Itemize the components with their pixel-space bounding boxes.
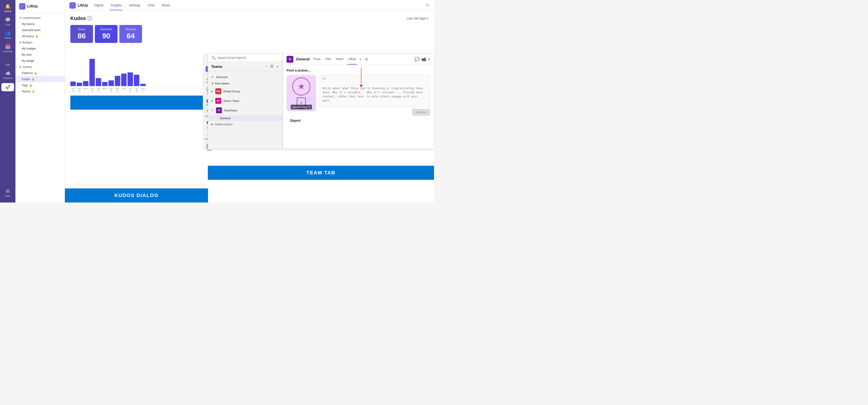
kudos-title-text: Kudos xyxy=(70,16,86,21)
chevron-down-tab-icon[interactable]: ▾ xyxy=(360,57,361,61)
apps-icon: ⊞ xyxy=(6,188,10,194)
post-praise-title: Post a praise... xyxy=(286,68,430,72)
given-value: 86 xyxy=(75,32,89,40)
search-placeholder-text[interactable]: Search (Cmd+Opt+E) xyxy=(218,56,279,59)
activity-chevron-icon: ▼ xyxy=(19,66,22,68)
nav-item-by-user[interactable]: By user xyxy=(16,52,65,58)
refresh-icon[interactable]: ↻ xyxy=(426,3,430,8)
chart-bar xyxy=(70,82,76,86)
date-range-selector[interactable]: Last 180 days ▾ xyxy=(407,17,429,20)
sidebar-item-liftup[interactable]: 🚀 xyxy=(1,83,14,91)
by-user-label: By user xyxy=(22,53,32,56)
nav-section-leaderboards[interactable]: ▼ Leaderboards xyxy=(16,15,65,21)
add-tab-icon[interactable]: ⊕ xyxy=(365,57,368,62)
reacted-value: 64 xyxy=(124,32,137,40)
newteam-general-channel[interactable]: General xyxy=(208,115,282,121)
sidebar-item-chat[interactable]: 💬 Chat xyxy=(1,15,14,28)
teams-more-icon[interactable]: ··· xyxy=(265,64,268,69)
liftup-navigation: ▼ Leaderboards My teams Selected team Al… xyxy=(16,13,65,96)
badge-visual: ★ 🎗 xyxy=(292,78,310,109)
more-options-icon[interactable]: ··· xyxy=(6,93,10,98)
newteam-name: NewTeam xyxy=(224,109,237,112)
liftup-brand-title: LiftUp xyxy=(27,4,38,8)
ribbon-icon: 🎗 xyxy=(300,101,303,105)
nav-item-my-teams[interactable]: My teams xyxy=(16,21,65,27)
include-tag-chevron-icon: ▾ xyxy=(309,106,310,109)
nav-link-insights[interactable]: Insights xyxy=(110,1,123,10)
liftup-sidebar: 🚀 LiftUp ▼ Leaderboards My teams Selecte… xyxy=(16,0,65,202)
team-newteam[interactable]: ▼ N NewTeam xyxy=(208,106,282,115)
liftup-logo-icon: 🚀 xyxy=(5,84,11,90)
date-range-text: Last 180 days xyxy=(407,17,426,20)
x-label: Mar 6 xyxy=(102,88,107,93)
sidebar-item-apps[interactable]: ⊞ Apps xyxy=(1,186,14,199)
tab-notes[interactable]: Notes xyxy=(335,54,345,64)
sidebar-item-teams[interactable]: 👥 Teams xyxy=(1,29,14,41)
all-teams-lock-icon: 🔒 xyxy=(35,35,38,38)
sidebar-item-calls[interactable]: 📞 Calls xyxy=(1,55,14,68)
liftup-brand-icon: 🚀 xyxy=(19,3,25,9)
sidebar-item-onedrive[interactable]: ☁️ OneDrive xyxy=(1,69,14,81)
nav-section-badges[interactable]: ▼ Badges xyxy=(16,39,65,46)
sidebar-item-activity[interactable]: 🔔 Activity xyxy=(1,2,14,14)
top-nav-brand: 🚀 LiftUp xyxy=(69,2,88,9)
tab-files[interactable]: Files xyxy=(324,54,332,64)
nav-item-kudos[interactable]: Kudos 🔒 xyxy=(16,76,65,82)
nav-link-chat[interactable]: Chat xyxy=(147,1,155,10)
nav-link-digest[interactable]: Digest xyxy=(93,1,104,10)
activity-nav-label: Activity xyxy=(23,65,32,68)
tab-posts[interactable]: Posts xyxy=(312,54,322,64)
team-retail-group[interactable]: ▶ RG Retail Group xyxy=(208,86,282,96)
video-icon[interactable]: 📹 xyxy=(421,57,426,62)
general-channel-name: General xyxy=(220,116,230,120)
nav-item-teams-activity[interactable]: Teams 🔒 xyxy=(16,88,65,94)
include-tag-button[interactable]: include a tag? ▾ xyxy=(290,105,312,109)
chart-bar xyxy=(96,78,101,86)
nav-item-selected-team[interactable]: Selected team xyxy=(16,27,65,33)
x-label: Apr 16 xyxy=(127,88,133,93)
nav-item-patterns[interactable]: Patterns 🔒 xyxy=(16,70,65,76)
my-teams-label: My teams xyxy=(22,22,34,26)
tab-liftup[interactable]: LiftUp xyxy=(347,54,357,64)
teams-activity-label: Teams xyxy=(22,90,30,93)
nav-section-activity[interactable]: ▼ Activity xyxy=(16,64,65,70)
activity-label: Activity xyxy=(4,10,11,12)
teams-filter-icon[interactable]: ☰ xyxy=(270,64,273,69)
chart-bar xyxy=(121,74,127,86)
your-teams-section: ▼ Your teams xyxy=(208,81,282,86)
x-label: Mar 16 xyxy=(108,88,114,93)
chevron-down-icon[interactable]: ▾ xyxy=(428,57,430,62)
red-arrow-icon xyxy=(361,68,362,86)
search-icon: 🔍 xyxy=(211,56,216,60)
newteam-avatar: N xyxy=(216,107,222,113)
teams-discover[interactable]: ✦ Discover xyxy=(208,73,282,81)
teams-activity-lock-icon: 🔒 xyxy=(32,90,35,93)
leaderboards-label: Leaderboards xyxy=(23,16,41,20)
chart-bar xyxy=(108,80,114,86)
team-demo-team[interactable]: ▶ DT Demo Team xyxy=(208,96,282,106)
teams-add-icon[interactable]: ＋ xyxy=(276,64,279,69)
kudos-title: Kudos ? xyxy=(70,16,92,21)
nav-link-settings[interactable]: Settings xyxy=(128,1,141,10)
nav-item-by-badge[interactable]: By badge xyxy=(16,58,65,64)
content-wrapper: Kudos ? Last 180 days ▾ Given 86 R xyxy=(65,11,434,202)
nav-item-tags[interactable]: Tags 🔒 xyxy=(16,82,65,88)
expand-icon: ▶ xyxy=(211,90,213,93)
chart-bar xyxy=(83,81,89,86)
to-label: To: xyxy=(322,77,327,80)
post-button[interactable]: Post to t xyxy=(412,109,430,116)
star-icon: ★ xyxy=(298,82,305,91)
praise-to-field: To: xyxy=(320,75,430,82)
nav-item-all-teams[interactable]: All teams 🔒 xyxy=(16,33,65,39)
stats-cards: Given 86 Received 90 Reacted 64 xyxy=(70,25,429,43)
praise-textarea[interactable] xyxy=(320,84,430,107)
kudos-info-icon[interactable]: ? xyxy=(88,16,92,21)
nav-item-my-badges[interactable]: My badges xyxy=(16,46,65,52)
by-badge-label: By badge xyxy=(22,59,34,62)
nav-link-about[interactable]: About xyxy=(161,1,171,10)
top-nav-brand-text: LiftUp xyxy=(78,3,88,7)
conversation-icon[interactable]: 💬 xyxy=(414,57,420,62)
chart-bar xyxy=(77,83,82,86)
sidebar-item-calendar[interactable]: 📅 Calendar xyxy=(1,42,14,55)
hidden-teams[interactable]: ▶ Hidden teams xyxy=(208,121,282,127)
